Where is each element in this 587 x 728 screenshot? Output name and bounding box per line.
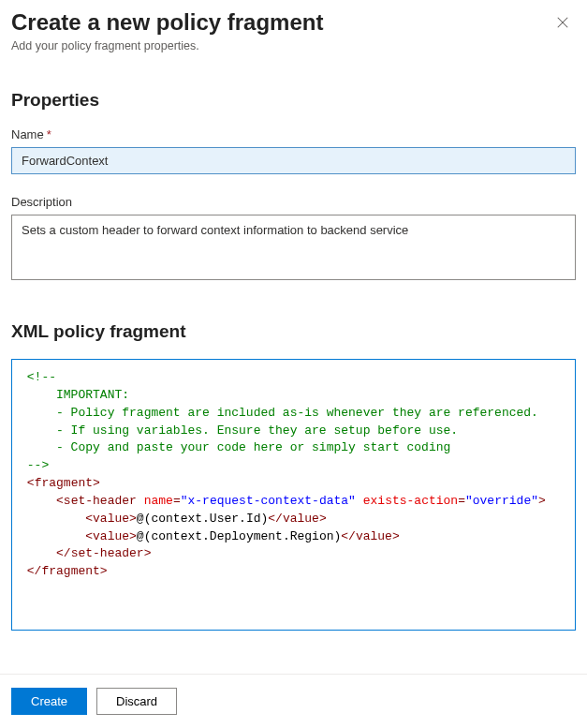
close-icon [556,16,569,29]
discard-button[interactable]: Discard [96,688,177,715]
name-input[interactable] [11,147,576,174]
properties-heading: Properties [11,90,576,111]
xml-heading: XML policy fragment [11,321,576,342]
xml-editor[interactable]: <!-- IMPORTANT: - Policy fragment are in… [11,359,576,631]
page-subtitle: Add your policy fragment properties. [11,39,323,52]
create-button[interactable]: Create [11,688,87,715]
close-button[interactable] [550,9,576,36]
required-indicator: * [47,127,51,141]
name-label: Name [11,127,44,141]
footer: Create Discard [0,674,587,728]
page-title: Create a new policy fragment [11,9,323,36]
description-input[interactable]: Sets a custom header to forward context … [11,215,576,280]
description-label: Description [11,195,72,209]
